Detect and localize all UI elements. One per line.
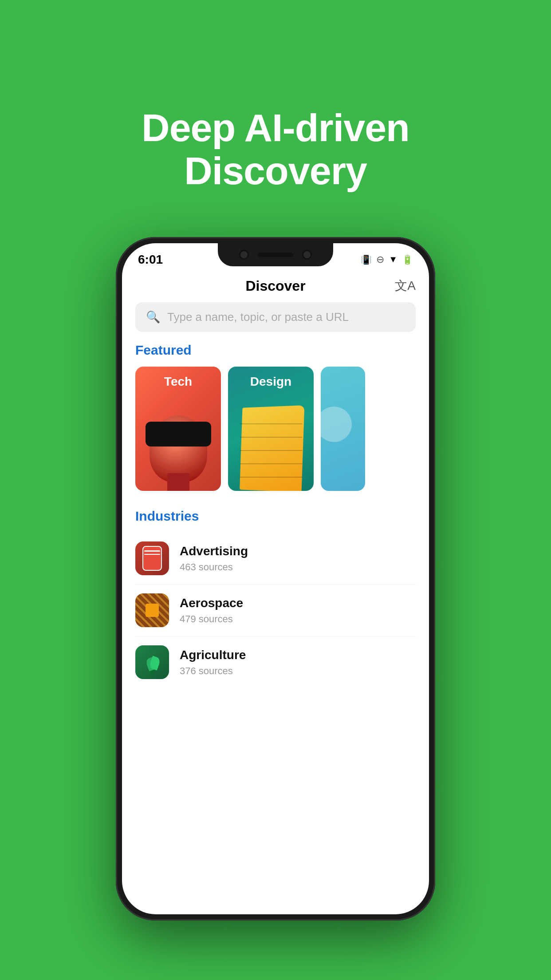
industries-list: Advertising 463 sources Aerospace (122, 533, 429, 688)
industry-item-agriculture[interactable]: Agriculture 376 sources (135, 636, 416, 688)
tech-card-label: Tech (135, 375, 221, 389)
featured-label: Featured (122, 343, 429, 358)
vibrate-icon: 📳 (361, 254, 372, 265)
agriculture-name: Agriculture (180, 647, 246, 663)
phone-shell: 6:01 🖼 📳 ⊖ ▼ 🔋 Discover 文A 🔍 Type a name… (116, 237, 435, 921)
featured-card-tech[interactable]: Tech (135, 367, 221, 491)
featured-card-design[interactable]: Design (228, 367, 314, 491)
aerospace-icon (135, 593, 169, 627)
aerospace-info: Aerospace 479 sources (180, 595, 243, 624)
advertising-sources: 463 sources (180, 561, 248, 573)
agriculture-icon (135, 645, 169, 679)
aerospace-sources: 479 sources (180, 613, 243, 625)
advertising-icon (135, 541, 169, 575)
advertising-info: Advertising 463 sources (180, 543, 248, 573)
notch-speaker (258, 253, 293, 257)
featured-cards-row: Tech (122, 367, 429, 491)
search-placeholder-text: Type a name, topic, or paste a URL (167, 310, 349, 324)
hero-title: Deep AI-driven Discovery (106, 107, 445, 193)
translate-button[interactable]: 文A (395, 277, 416, 294)
phone-notch (218, 243, 333, 266)
featured-card-third[interactable] (321, 367, 365, 491)
search-bar[interactable]: 🔍 Type a name, topic, or paste a URL (135, 302, 416, 332)
advertising-name: Advertising (180, 543, 248, 559)
search-icon: 🔍 (146, 310, 160, 324)
industry-item-advertising[interactable]: Advertising 463 sources (135, 533, 416, 585)
aerospace-name: Aerospace (180, 595, 243, 611)
nav-title: Discover (245, 278, 305, 294)
notch-camera (239, 250, 249, 260)
status-time: 6:01 (138, 253, 163, 267)
status-icons: 📳 ⊖ ▼ 🔋 (361, 254, 413, 265)
agriculture-sources: 376 sources (180, 665, 246, 677)
dnd-icon: ⊖ (376, 254, 384, 265)
phone-mockup: 6:01 🖼 📳 ⊖ ▼ 🔋 Discover 文A 🔍 Type a name… (116, 237, 435, 938)
hero-section: Deep AI-driven Discovery (71, 53, 480, 193)
phone-screen: 6:01 🖼 📳 ⊖ ▼ 🔋 Discover 文A 🔍 Type a name… (122, 243, 429, 914)
battery-icon: 🔋 (402, 254, 413, 265)
design-card-label: Design (228, 375, 314, 389)
nav-bar: Discover 文A (122, 270, 429, 302)
notch-camera-2 (302, 250, 312, 260)
agriculture-info: Agriculture 376 sources (180, 647, 246, 676)
industry-item-aerospace[interactable]: Aerospace 479 sources (135, 585, 416, 636)
industries-label: Industries (122, 509, 429, 524)
wifi-icon: ▼ (389, 254, 398, 265)
